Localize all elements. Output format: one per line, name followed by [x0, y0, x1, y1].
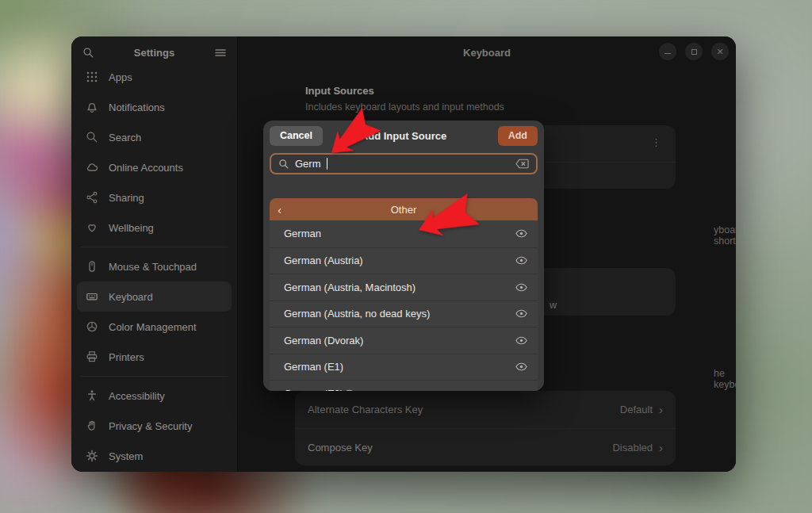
result-label: German (Dvorak)	[284, 335, 363, 346]
result-label: German (Austria, Macintosh)	[284, 281, 416, 293]
preview-eye-icon[interactable]	[515, 309, 527, 318]
result-row-german-dvorak[interactable]: German (Dvorak)	[270, 327, 538, 354]
result-label: German	[284, 228, 321, 239]
search-icon	[278, 159, 289, 170]
results-list: ‹ Other German German (Austria) German (…	[270, 198, 538, 391]
preview-eye-icon[interactable]	[515, 336, 527, 345]
text-caret	[327, 158, 327, 170]
result-label: German (Austria)	[284, 255, 363, 266]
dialog-header: Cancel Add Input Source Add	[263, 121, 544, 151]
preview-eye-icon[interactable]	[515, 362, 527, 371]
result-label: German (Austria, no dead keys)	[284, 308, 430, 320]
result-row-german-e1[interactable]: German (E1)	[270, 354, 538, 381]
cancel-button[interactable]: Cancel	[270, 126, 323, 146]
preview-eye-icon[interactable]	[515, 256, 527, 265]
add-input-source-dialog: Cancel Add Input Source Add Germ ‹ Other…	[263, 121, 544, 391]
result-row-partial[interactable]: German (E2)	[270, 380, 538, 391]
search-input[interactable]: Germ	[270, 153, 538, 174]
result-row-german-austria[interactable]: German (Austria)	[270, 247, 538, 274]
clear-search-icon[interactable]	[515, 159, 529, 169]
result-row-german-austria-macintosh[interactable]: German (Austria, Macintosh)	[270, 274, 538, 301]
preview-eye-icon[interactable]	[515, 229, 527, 238]
preview-eye-icon[interactable]	[515, 283, 527, 292]
search-value: Germ	[295, 158, 321, 170]
preview-eye-icon	[343, 389, 355, 391]
group-header-other[interactable]: ‹ Other	[270, 198, 538, 220]
result-label: German (E1)	[284, 361, 343, 373]
result-row-german-austria-no-dead-keys[interactable]: German (Austria, no dead keys)	[270, 301, 538, 327]
group-label: Other	[270, 204, 538, 216]
result-row-german[interactable]: German	[270, 220, 538, 247]
result-label: German (E2)	[284, 388, 343, 391]
back-chevron-icon[interactable]: ‹	[278, 204, 282, 216]
add-button[interactable]: Add	[498, 126, 538, 146]
